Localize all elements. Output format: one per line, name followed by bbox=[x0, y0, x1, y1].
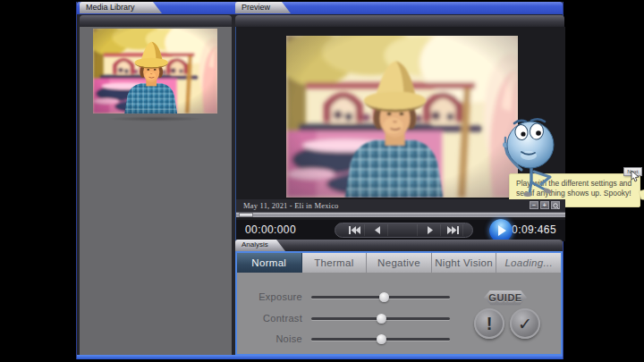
confirm-button-label: ✓ bbox=[518, 314, 532, 333]
mode-tab-night-vision[interactable]: Night Vision bbox=[432, 253, 497, 273]
guide-button-label: GUIDE bbox=[488, 292, 521, 303]
exposure-slider-handle[interactable] bbox=[379, 292, 389, 302]
tab-preview[interactable]: Preview bbox=[235, 2, 291, 13]
contrast-slider-handle[interactable] bbox=[377, 314, 386, 324]
magnifier-icon bbox=[553, 203, 559, 209]
video-display[interactable] bbox=[286, 36, 518, 198]
transport-bar: 00:00:000 00:09:465 bbox=[236, 220, 565, 241]
skip-end-icon bbox=[447, 226, 459, 234]
play-icon bbox=[496, 225, 506, 236]
bubble-tail bbox=[639, 188, 644, 206]
transport-controls bbox=[335, 223, 473, 238]
skip-end-button[interactable] bbox=[443, 224, 463, 236]
mode-tab-loading-label: Loading... bbox=[504, 257, 553, 268]
mode-tab-negative-label: Negative bbox=[377, 257, 420, 268]
analysis-mode-tabs: Normal Thermal Negative Night Vision Loa… bbox=[237, 253, 561, 273]
total-time: 00:09:465 bbox=[505, 223, 556, 236]
alert-button-label: ! bbox=[487, 314, 493, 334]
scrub-bar[interactable] bbox=[236, 212, 565, 217]
thumbnail-shadow bbox=[106, 116, 205, 122]
analysis-tab-label: Analysis bbox=[242, 240, 268, 248]
caption-controls: − + bbox=[530, 201, 560, 209]
step-forward-button[interactable] bbox=[420, 224, 441, 236]
mode-tab-normal-label: Normal bbox=[251, 257, 286, 268]
mode-tab-thermal[interactable]: Thermal bbox=[302, 253, 368, 273]
noise-label: Noise bbox=[237, 333, 302, 344]
exposure-label: Exposure bbox=[237, 291, 302, 302]
media-library-tab-strip bbox=[80, 15, 232, 27]
mode-tab-normal[interactable]: Normal bbox=[237, 253, 302, 273]
contrast-label: Contrast bbox=[237, 313, 302, 324]
skip-start-button[interactable] bbox=[344, 224, 365, 236]
zoom-in-label: + bbox=[543, 202, 547, 208]
analysis-tab-strip bbox=[235, 240, 563, 251]
noise-slider[interactable] bbox=[311, 338, 450, 341]
step-back-icon bbox=[374, 226, 381, 234]
mode-tab-negative[interactable]: Negative bbox=[367, 253, 432, 273]
media-library-panel bbox=[80, 27, 232, 356]
video-scene-thumbnail bbox=[93, 29, 217, 114]
mode-tab-loading[interactable]: Loading... bbox=[496, 253, 561, 273]
loupe-button[interactable] bbox=[551, 201, 560, 209]
media-library-tab-label: Media Library bbox=[86, 3, 135, 12]
video-scene bbox=[286, 36, 518, 198]
confirm-button[interactable]: ✓ bbox=[510, 308, 540, 339]
mode-tab-thermal-label: Thermal bbox=[314, 257, 353, 268]
analysis-panel: Normal Thermal Negative Night Vision Loa… bbox=[235, 251, 563, 356]
guide-button[interactable]: GUIDE bbox=[484, 290, 527, 306]
media-thumbnail[interactable] bbox=[93, 29, 217, 114]
step-back-button[interactable] bbox=[368, 224, 388, 236]
zoom-out-label: − bbox=[532, 202, 536, 208]
tab-media-library[interactable]: Media Library bbox=[80, 2, 162, 13]
noise-slider-row: Noise bbox=[237, 333, 561, 344]
play-spacer bbox=[390, 224, 418, 236]
mode-tab-night-vision-label: Night Vision bbox=[435, 257, 493, 268]
window-bottom-border bbox=[77, 355, 563, 359]
contrast-slider[interactable] bbox=[311, 317, 450, 320]
exposure-slider[interactable] bbox=[311, 296, 450, 299]
zoom-out-button[interactable]: − bbox=[530, 201, 538, 209]
video-caption: May 11, 2021 - Eli in Mexico bbox=[243, 201, 339, 210]
screen: SpectralAware™ 2.1 Media Library bbox=[0, 0, 644, 362]
scrub-handle[interactable] bbox=[239, 213, 253, 217]
preview-tab-label: Preview bbox=[242, 3, 270, 12]
noise-slider-handle[interactable] bbox=[377, 334, 386, 344]
elapsed-time: 00:00:000 bbox=[245, 223, 296, 236]
mouse-cursor-icon bbox=[631, 171, 640, 182]
zoom-in-button[interactable]: + bbox=[540, 201, 549, 209]
skip-start-icon bbox=[349, 226, 360, 234]
alert-button[interactable]: ! bbox=[474, 308, 504, 339]
preview-tab-strip bbox=[235, 15, 564, 27]
app-window: SpectralAware™ 2.1 Media Library bbox=[76, 2, 564, 359]
video-caption-bar: May 11, 2021 - Eli in Mexico − + bbox=[236, 199, 565, 212]
spooky-mascot bbox=[498, 114, 563, 197]
step-forward-icon bbox=[427, 226, 434, 234]
